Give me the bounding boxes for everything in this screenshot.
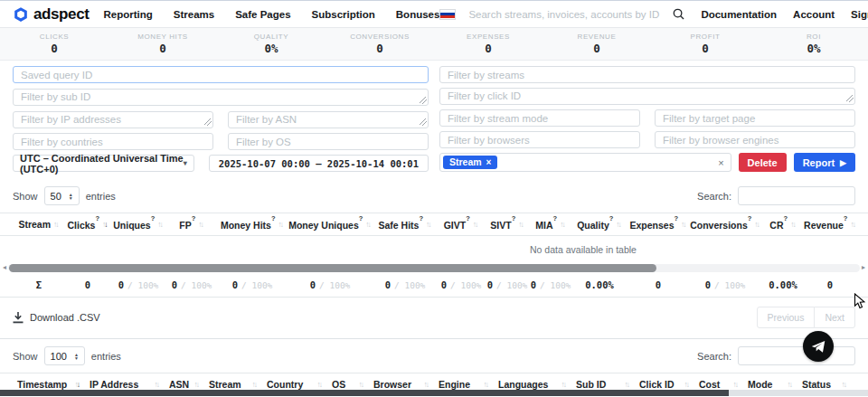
sort-icon: ↑↓: [102, 220, 108, 229]
scrollbar-track[interactable]: [8, 264, 860, 272]
stat-value: 0: [651, 43, 760, 55]
brand-logo[interactable]: adspect: [13, 5, 89, 24]
column-header-cr[interactable]: CR?↑↓: [761, 218, 805, 231]
column-header-sub-id[interactable]: Sub ID↑↓: [571, 379, 635, 390]
saved-query-id-input[interactable]: [13, 66, 429, 83]
column-header-engine[interactable]: Engine↑↓: [434, 379, 494, 390]
column-header-uniques[interactable]: Uniques?↑↓: [110, 218, 166, 231]
timezone-select[interactable]: UTC – Coordinated Universal Time (UTC+0)…: [13, 155, 194, 172]
stat-value: 0: [326, 43, 434, 55]
column-header-fp[interactable]: FP?↑↓: [166, 218, 217, 231]
target-page-filter-input[interactable]: [655, 109, 855, 127]
scroll-right-icon[interactable]: ▸: [862, 264, 865, 271]
group-by-multiselect[interactable]: Stream × ×: [439, 153, 731, 172]
column-header-cost[interactable]: Cost↑↓: [694, 379, 743, 390]
column-label: ASN: [169, 379, 189, 390]
download-csv-button[interactable]: Download .CSV: [13, 312, 100, 324]
global-search-input[interactable]: [468, 9, 660, 20]
column-header-country[interactable]: Country↑↓: [262, 379, 327, 390]
nav-item-subscription[interactable]: Subscription: [312, 9, 375, 20]
group-tag-stream[interactable]: Stream ×: [443, 156, 497, 169]
click-id-filter-input[interactable]: [439, 88, 855, 105]
stream-mode-filter-input[interactable]: [439, 109, 640, 127]
column-header-safe-hits[interactable]: Safe Hits?↑↓: [373, 218, 438, 231]
help-indicator: ?: [192, 214, 196, 222]
column-header-stream[interactable]: Stream↑↓: [204, 379, 262, 390]
report-entries-row: Show 50 ▲▼ entries Search:: [0, 179, 868, 213]
nav-item-streams[interactable]: Streams: [174, 9, 214, 20]
scroll-left-icon[interactable]: ◂: [3, 264, 6, 271]
previous-page-button[interactable]: Previous: [757, 307, 816, 328]
scrollbar-thumb[interactable]: [9, 264, 656, 272]
column-header-ip-address[interactable]: IP Address↑↓: [85, 379, 165, 390]
download-icon: [13, 312, 24, 324]
entries-value: 50: [51, 191, 61, 202]
search-label: Search:: [697, 351, 731, 362]
column-header-status[interactable]: Status↑↓: [797, 379, 852, 390]
remove-tag-icon[interactable]: ×: [486, 158, 492, 167]
top-navbar: adspect Reporting Streams Safe Pages Sub…: [0, 0, 868, 28]
nav-item-sign-out[interactable]: Sign Out: [851, 9, 868, 20]
nav-item-documentation[interactable]: Documentation: [701, 9, 777, 20]
report-table-search-input[interactable]: [738, 186, 855, 205]
date-range-input[interactable]: 2025-10-07 00:00 – 2025-10-14 00:01: [209, 155, 429, 172]
help-indicator: ?: [95, 214, 99, 222]
column-header-quality[interactable]: Quality?↑↓: [571, 218, 627, 231]
nav-item-safe-pages[interactable]: Safe Pages: [235, 9, 290, 20]
help-indicator: ?: [151, 214, 156, 222]
nav-item-reporting[interactable]: Reporting: [103, 9, 152, 20]
browser-engines-filter-input[interactable]: [655, 131, 855, 148]
column-header-stream[interactable]: Stream↑↓: [13, 219, 65, 230]
entries-label: entries: [91, 351, 121, 362]
clear-multiselect-icon[interactable]: ×: [718, 157, 723, 168]
language-flag-icon[interactable]: [439, 9, 456, 20]
column-header-languages[interactable]: Languages↑↓: [494, 379, 571, 390]
search-icon[interactable]: [673, 8, 684, 20]
column-header-os[interactable]: OS↑↓: [327, 379, 369, 390]
sort-icon: ↑↓: [790, 220, 797, 229]
nav-item-bonuses[interactable]: Bonuses: [396, 9, 440, 20]
column-header-conversions[interactable]: Conversions?↑↓: [689, 218, 761, 231]
column-header-revenue[interactable]: Revenue?↑↓: [805, 218, 855, 231]
column-header-asn[interactable]: ASN↑↓: [165, 379, 204, 390]
entries-select[interactable]: 50 ▲▼: [44, 186, 80, 205]
clicks-entries-select[interactable]: 100 ▲▼: [44, 346, 85, 365]
asn-filter-input[interactable]: [228, 111, 429, 128]
page-hscrollbar-thumb[interactable]: [0, 390, 729, 396]
summary-cell-mia: 0/ 100%: [530, 279, 571, 290]
column-header-timestamp[interactable]: Timestamp↑↓: [13, 379, 85, 390]
page-hscrollbar[interactable]: [0, 390, 868, 396]
brand-name: adspect: [33, 5, 89, 24]
summary-value: 0: [85, 279, 90, 290]
column-header-click-id[interactable]: Click ID↑↓: [635, 379, 694, 390]
delete-button[interactable]: Delete: [739, 153, 787, 172]
telegram-support-button[interactable]: [803, 331, 834, 362]
column-header-expenses[interactable]: Expenses?↑↓: [627, 218, 689, 231]
column-header-mode[interactable]: Mode↑↓: [743, 379, 797, 390]
column-label: Sub ID: [576, 379, 606, 390]
next-page-button[interactable]: Next: [814, 307, 855, 328]
stat-value: 0%: [217, 43, 326, 55]
column-header-mia[interactable]: MIA?↑↓: [530, 218, 571, 231]
sub-id-filter-input[interactable]: [13, 89, 429, 106]
column-header-money-uniques[interactable]: Money Uniques?↑↓: [288, 218, 373, 231]
countries-filter-input[interactable]: [13, 133, 213, 150]
browsers-filter-input[interactable]: [439, 131, 640, 148]
column-header-browser[interactable]: Browser↑↓: [369, 379, 434, 390]
summary-value: 0: [232, 279, 238, 290]
column-header-clicks[interactable]: Clicks?↑↓: [65, 218, 110, 231]
clicks-table-search-input[interactable]: [738, 346, 855, 365]
summary-cell-expenses: 0: [627, 279, 689, 290]
column-header-givt[interactable]: GIVT?↑↓: [438, 218, 485, 231]
stat-quality: QUALITY 0%: [217, 33, 326, 55]
nav-item-account[interactable]: Account: [793, 9, 835, 20]
report-button[interactable]: Report ▶: [794, 153, 855, 172]
column-header-money-hits[interactable]: Money Hits?↑↓: [217, 218, 288, 231]
column-header-sivt[interactable]: SIVT?↑↓: [485, 218, 530, 231]
stat-label: CONVERSIONS: [326, 33, 434, 42]
streams-filter-input[interactable]: [439, 66, 855, 83]
column-label: IP Address: [90, 379, 138, 390]
os-filter-input[interactable]: [228, 133, 429, 150]
summary-ratio: / 100%: [450, 280, 481, 290]
ip-addresses-filter-input[interactable]: [13, 111, 213, 128]
